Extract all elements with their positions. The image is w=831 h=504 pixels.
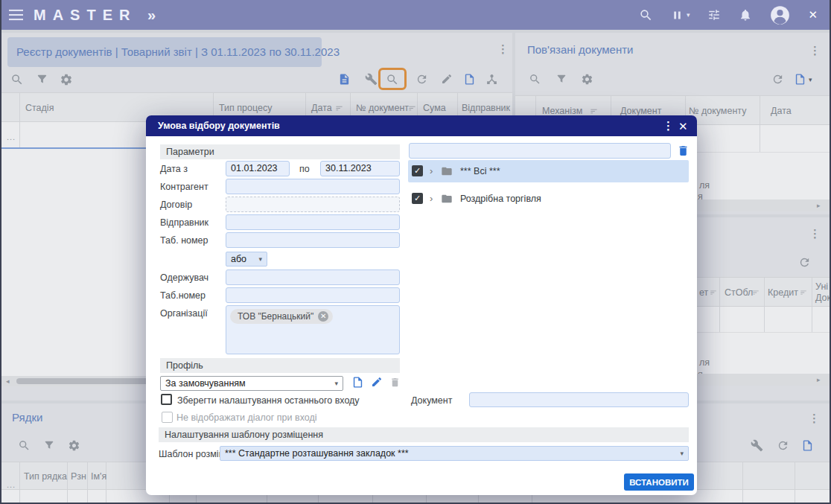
pause-caret-icon: ▾ [687,11,690,19]
registry-filter-icon[interactable] [36,73,48,86]
sort-icon[interactable] [408,104,416,112]
sort-icon[interactable] [752,289,760,296]
rows-wrench-icon[interactable] [751,439,763,452]
tree-item-retail[interactable]: ✓ › Роздрібна торгівля [408,188,689,209]
related-new-doc-dropdown[interactable]: ▾ [794,73,812,86]
tree-item-all[interactable]: ✓ › *** Всі *** [408,160,689,182]
dialog-menu-dots-icon[interactable]: ⋮ [663,120,674,131]
tree-expand-chevron-icon[interactable]: › [430,166,433,176]
organization-chip-label: ТОВ "Бернацький" [238,311,313,322]
filter-dialog: Умова відбору документів ⋮ ✕ Параметри Д… [146,115,697,495]
related-menu-dots-icon[interactable]: ⋮ [809,45,821,56]
registry-menu-dots-icon[interactable]: ⋮ [497,43,509,54]
rows-refresh-icon[interactable] [777,439,789,452]
tree-search-input[interactable] [409,143,671,159]
parameters-section-header: Параметри [160,144,400,159]
hide-dialog-checkbox [162,412,173,423]
tab-number2-input[interactable] [226,287,400,303]
or-operator-select[interactable]: або▾ [226,252,267,267]
col-stage: Стадія [25,103,54,113]
scroll-right-arrow-icon[interactable]: ▸ [817,377,821,383]
tree-checkbox-checked[interactable]: ✓ [412,193,423,204]
rows-search-icon[interactable] [18,439,31,452]
registry-wrench-icon[interactable] [365,73,378,86]
profile-section-header: Профіль [160,358,400,373]
sort-icon[interactable] [800,289,807,296]
notifications-bell-icon[interactable] [739,8,752,22]
registry-workflow-hub-icon[interactable] [485,73,498,86]
registry-refresh-icon[interactable] [416,73,428,86]
registry-search-icon[interactable] [10,73,24,86]
sort-icon[interactable] [335,104,343,112]
select-caret-icon: ▾ [680,450,684,457]
date-from-input[interactable]: 01.01.2023 [226,161,290,176]
sender-input[interactable] [226,214,400,230]
tree-checkbox-checked[interactable]: ✓ [412,165,423,176]
scroll-right-arrow-icon[interactable]: ▸ [817,202,821,209]
related-filter-icon[interactable] [555,73,567,85]
tab-number2-label: Таб.номер [160,290,206,301]
template-section-header: Налаштування шаблону розміщення [159,427,689,442]
sort-icon[interactable] [590,107,598,115]
dialog-title: Умова відбору документів [158,121,280,131]
contract-label: Договір [160,200,192,210]
related-refresh-icon[interactable] [771,73,784,86]
date-to-input[interactable]: 30.11.2023 [320,161,400,176]
col-sender: Відправник [462,103,510,113]
tune-settings-icon[interactable] [707,8,721,22]
profile-new-doc-icon[interactable] [351,376,364,389]
chip-remove-icon[interactable]: ✕ [318,311,328,322]
document-input[interactable] [469,392,689,407]
col-doc-number[interactable]: № документ [356,103,409,113]
hide-dialog-label: Не відображати діалог при вході [176,412,317,423]
clipped-text-fragment: ля [699,180,710,191]
postings-menu-dots-icon[interactable]: ⋮ [809,228,821,239]
tree-clear-trash-icon[interactable] [677,144,690,157]
registry-search-docs-icon[interactable] [386,73,399,86]
rows-gear-icon[interactable] [68,439,80,452]
hamburger-menu-icon[interactable] [9,9,23,21]
col-date[interactable]: Дата [311,103,332,113]
app-logo: MASTER » [34,7,162,24]
related-gear-icon[interactable] [581,73,593,86]
col-document: Документ [620,106,661,116]
template-select[interactable]: *** Стандартне розташування закладок ***… [220,446,689,461]
window-close-icon[interactable]: ✕ [808,8,818,22]
user-avatar[interactable] [770,5,790,25]
profile-edit-pencil-icon[interactable] [371,376,383,388]
receiver-input[interactable] [226,269,400,285]
save-last-login-checkbox[interactable] [161,394,172,405]
col-related-date: Дата [771,106,792,116]
organization-chip[interactable]: ТОВ "Бернацький" ✕ [230,309,333,324]
scroll-left-arrow-icon[interactable]: ◂ [6,378,10,385]
col-document-number: № документу [689,106,746,116]
dialog-close-icon[interactable]: ✕ [678,120,688,133]
registry-gear-icon[interactable] [60,73,73,86]
rows-new-doc-icon[interactable] [801,439,814,452]
contractor-input[interactable] [226,179,400,194]
date-from-label: Дата з [160,164,188,174]
tab-number-input[interactable] [226,232,400,248]
registry-new-doc-icon[interactable] [463,73,476,86]
app-header: MASTER » ▾ ✕ [1,0,830,30]
rows-filter-icon[interactable] [43,439,55,451]
postings-refresh-icon[interactable] [798,256,811,269]
tree-expand-chevron-icon[interactable]: › [430,194,433,203]
submit-button[interactable]: ВСТАНОВИТИ [624,473,694,491]
save-last-login-label: Зберегти налаштування останнього входу [177,395,360,406]
registry-title-tab[interactable]: Реєстр документів | Товарний звіт | З 01… [7,37,322,67]
select-caret-icon: ▾ [258,255,262,263]
registry-report-doc-icon[interactable] [338,73,351,86]
registry-panel-title: Реєстр документів | Товарний звіт | З 01… [16,45,340,58]
rows-menu-dots-icon[interactable]: ⋮ [809,412,820,424]
related-search-icon[interactable] [529,73,541,86]
pause-dropdown-button[interactable]: ▾ [671,9,690,22]
row-gutter-dots: ... [7,480,16,489]
contract-input [226,197,400,212]
folder-icon [441,193,453,205]
profile-select[interactable]: За замовчуванням▾ [160,376,343,391]
col-mechanism[interactable]: Механізм [542,106,582,116]
registry-edit-pencil-icon[interactable] [441,73,453,85]
global-search-icon[interactable] [639,8,653,22]
sort-icon[interactable] [710,289,717,296]
